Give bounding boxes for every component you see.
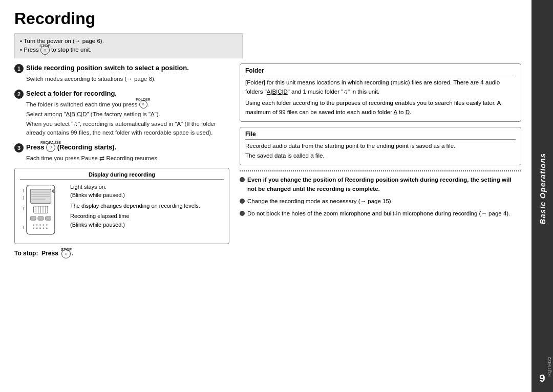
stop-label-intro: STOP — [39, 42, 51, 50]
step-2-title: Select a folder for recording. — [26, 89, 117, 98]
note-text-3: Do not block the holes of the zoom micro… — [247, 209, 521, 219]
intro-line2: • Press STOP○ to stop the unit. — [20, 46, 237, 55]
svg-text:}: } — [23, 195, 25, 200]
step-1-number: 1 — [14, 64, 24, 73]
note-text-1: Even if you change the position of Recor… — [247, 176, 521, 194]
svg-point-19 — [43, 224, 45, 226]
svg-text:}: } — [23, 188, 25, 192]
rec-button[interactable]: REC/PAUSE○ — [46, 143, 55, 152]
left-column: 1 Slide recording position switch to sel… — [14, 63, 229, 258]
file-box-title: File — [245, 130, 516, 140]
dots-divider — [240, 170, 521, 171]
device-diagram: } } } } — [20, 183, 66, 241]
step-3-number: 3 — [14, 143, 24, 153]
stop-button-intro[interactable]: STOP○ — [40, 46, 50, 55]
bullet-3 — [240, 211, 245, 216]
right-sidebar: Basic Operations RQT9422 9 — [531, 0, 553, 392]
main-content: Recording • Turn the power on (→ page 6)… — [0, 0, 531, 392]
file-info-box: File Recorded audio data from the starti… — [240, 127, 521, 166]
svg-text:}: } — [23, 225, 25, 229]
svg-point-25 — [46, 227, 48, 229]
folder-info-box: Folder [Folder] for this unit means loca… — [240, 63, 521, 121]
rqt-number: RQT9422 — [547, 357, 552, 377]
svg-point-18 — [39, 224, 41, 226]
note-item-1: Even if you change the position of Recor… — [240, 176, 521, 194]
step-3-title: Press REC/PAUSE○ (Recording starts). — [26, 143, 116, 153]
sidebar-vertical-text: Basic Operations — [538, 153, 547, 224]
page-title: Recording — [14, 9, 521, 28]
step-3-body: Each time you press Pause ⇄ Recording re… — [26, 154, 229, 163]
display-recording-title: Display during recording — [20, 171, 224, 180]
svg-text:}: } — [23, 206, 25, 210]
intro-box: • Turn the power on (→ page 6). • Press … — [14, 33, 243, 58]
intro-line1: • Turn the power on (→ page 6). — [20, 37, 237, 46]
step-3: 3 Press REC/PAUSE○ (Recording starts). E… — [14, 143, 229, 163]
step-2: 2 Select a folder for recording. The fol… — [14, 89, 229, 138]
svg-rect-13 — [30, 216, 36, 220]
step-1: 1 Slide recording position switch to sel… — [14, 63, 229, 83]
note-item-3: Do not block the holes of the zoom micro… — [240, 209, 521, 219]
step-1-title: Slide recording position switch to selec… — [26, 63, 189, 73]
svg-point-16 — [33, 224, 34, 226]
notes-section: Even if you change the position of Recor… — [240, 176, 521, 218]
folder-button[interactable]: FOLDER○ — [139, 100, 147, 108]
step-2-body: The folder is switched each time you pre… — [26, 100, 229, 138]
svg-point-24 — [43, 227, 45, 229]
step-2-number: 2 — [14, 90, 24, 99]
step-1-body: Switch modes according to situations (→ … — [26, 75, 229, 83]
svg-point-22 — [36, 227, 38, 229]
svg-point-21 — [33, 227, 34, 229]
folder-box-body: [Folder] for this unit means locations i… — [245, 78, 516, 117]
svg-rect-14 — [38, 216, 44, 220]
display-notes: Light stays on.(Blinks while paused.) Th… — [70, 183, 224, 241]
svg-rect-1 — [30, 189, 51, 204]
bullet-2 — [240, 199, 245, 204]
svg-rect-15 — [46, 216, 51, 220]
note-item-2: Change the recording mode as necessary (… — [240, 197, 521, 206]
note-text-2: Change the recording mode as necessary (… — [247, 197, 521, 206]
display-recording-box: Display during recording — [14, 168, 229, 244]
to-stop-section: To stop: Press STOP○. — [14, 249, 229, 258]
file-box-body: Recorded audio data from the starting po… — [245, 142, 516, 161]
svg-point-20 — [46, 224, 48, 226]
svg-point-17 — [36, 224, 38, 226]
right-column: Folder [Folder] for this unit means loca… — [240, 63, 521, 258]
svg-point-6 — [52, 190, 55, 193]
bullet-1 — [240, 177, 245, 182]
stop-button-main[interactable]: STOP○ — [61, 249, 71, 258]
folder-box-title: Folder — [245, 67, 516, 76]
page-number: 9 — [539, 373, 545, 387]
svg-point-23 — [39, 227, 41, 229]
